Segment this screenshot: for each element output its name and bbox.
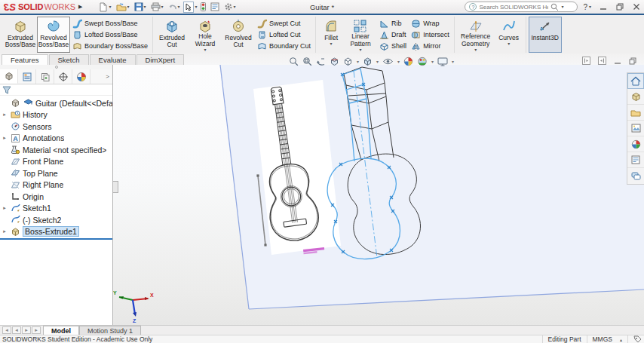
wrap-button[interactable]: Wrap [411,18,449,29]
tree-item-sketch1[interactable]: ▸ Sketch1 [0,203,112,215]
fillet-caret-icon[interactable]: ▾ [330,41,333,46]
tag-icon[interactable] [633,335,642,343]
previous-window-button[interactable] [582,57,590,65]
tree-item-history[interactable]: ▸ History [0,109,112,121]
minimize-button[interactable] [600,3,607,11]
view-orientation-icon[interactable] [343,57,353,66]
tab-features[interactable]: Features [2,54,48,65]
close-button[interactable] [633,3,640,11]
taskpane-forum-button[interactable] [627,168,644,184]
tab-feature-tree[interactable] [0,69,18,84]
hole-wizard-caret-icon[interactable]: ▾ [204,47,207,52]
help-search-box[interactable]: ? ▾ [465,2,578,12]
panel-splitter-handle[interactable] [113,181,118,193]
rollback-bar[interactable] [0,238,112,240]
swept-cut-button[interactable]: Swept Cut [257,18,311,29]
section-view-icon[interactable] [330,57,339,66]
rib-button[interactable]: Rib [379,18,406,29]
intersect-button[interactable]: Intersect [411,29,449,40]
expand-arrow-icon[interactable]: ▸ [2,112,8,118]
curves-button[interactable]: Curves ▾ [495,17,523,53]
hole-wizard-button[interactable]: Hole Wizard ▾ [189,17,222,53]
revolved-cut-button[interactable]: Revolved Cut [222,17,255,53]
open-document-button[interactable]: ▾ [115,2,131,12]
tree-item-annotations[interactable]: ▸ A Annotations [0,133,112,145]
taskpane-appearances-button[interactable] [627,136,644,152]
last-tab-button[interactable]: ▸ [32,326,41,334]
extruded-boss-button[interactable]: Extruded Boss/Base [4,17,37,53]
previous-view-icon[interactable] [316,57,326,66]
edit-appearance-icon[interactable] [403,57,413,66]
help-menu-button[interactable]: ?▾ [583,3,591,11]
tab-configuration-manager[interactable] [36,69,54,84]
print-button[interactable]: ▾ [149,2,165,12]
search-options-caret-icon[interactable]: ▾ [561,5,563,9]
expand-arrow-icon[interactable]: ▸ [2,205,8,211]
tab-sketch[interactable]: Sketch [49,54,89,65]
taskpane-view-palette-button[interactable] [627,121,644,136]
save-button[interactable]: ▾ [133,2,148,12]
tab-motion-study[interactable]: Motion Study 1 [79,326,141,335]
options-button[interactable]: ▾ [222,2,238,12]
reference-geometry-button[interactable]: Reference Geometry ▾ [457,17,495,53]
view-orientation-caret-icon[interactable]: ▾ [357,60,359,64]
instant3d-button[interactable]: Instant3D [529,17,562,53]
units-selector[interactable]: MMGS [593,335,612,343]
restore-button[interactable] [616,3,624,11]
tab-model[interactable]: Model [43,326,79,335]
taskpane-home-button[interactable] [627,73,644,89]
tab-dimxpert-manager[interactable] [54,69,72,84]
lofted-cut-button[interactable]: Lofted Cut [257,29,311,40]
display-style-caret-icon[interactable]: ▾ [376,60,379,64]
tab-evaluate[interactable]: Evaluate [90,54,136,65]
hide-show-caret-icon[interactable]: ▾ [397,60,400,64]
extruded-cut-button[interactable]: Extruded Cut [155,17,189,53]
apply-scene-icon[interactable] [417,57,428,66]
tree-item-part[interactable]: Guitar (Default<<Default>_Display [0,97,112,109]
file-properties-button[interactable] [209,2,221,12]
search-icon[interactable] [550,3,559,11]
tab-property-manager[interactable] [18,69,36,84]
tree-item-sensors[interactable]: Sensors [0,121,112,133]
tree-filter-row[interactable] [0,84,112,96]
apply-scene-caret-icon[interactable]: ▾ [431,60,434,64]
search-input[interactable] [479,4,548,11]
panel-more-icon[interactable]: > [103,69,112,84]
tree-item-origin[interactable]: Origin [0,191,112,203]
next-window-button[interactable] [598,57,606,65]
zoom-to-area-icon[interactable] [302,57,312,66]
boundary-cut-button[interactable]: Boundary Cut [257,41,311,51]
prev-tab-button[interactable]: ◂ [12,326,21,334]
first-tab-button[interactable]: ◂ [2,326,11,334]
tab-dimxpert[interactable]: DimXpert [136,54,185,65]
taskpane-design-library-button[interactable] [627,89,644,105]
tab-display-manager[interactable] [72,69,90,84]
reference-geometry-caret-icon[interactable]: ▾ [474,47,477,52]
next-tab-button[interactable]: ▸ [22,326,31,334]
expand-arrow-icon[interactable]: ▸ [2,228,8,234]
shell-button[interactable]: Shell [379,41,406,51]
linear-pattern-button[interactable]: Linear Pattern ▾ [344,17,377,53]
boundary-boss-button[interactable]: Boundary Boss/Base [72,41,148,51]
tree-item-front-plane[interactable]: Front Plane [0,156,112,168]
taskpane-file-explorer-button[interactable] [627,105,644,121]
doc-minimize-button[interactable] [614,57,621,65]
hide-show-items-icon[interactable] [382,57,394,66]
undo-button[interactable]: ▾ [167,2,182,11]
select-tool-button[interactable] [183,2,194,13]
fillet-button[interactable]: Fillet ▾ [318,17,344,53]
tree-item-top-plane[interactable]: Top Plane [0,167,112,179]
curves-caret-icon[interactable]: ▾ [508,41,510,46]
view-settings-caret-icon[interactable]: ▾ [452,60,454,64]
linear-pattern-caret-icon[interactable]: ▾ [360,47,362,52]
draft-button[interactable]: Draft [379,29,406,40]
expand-arrow-icon[interactable]: ▸ [2,135,8,141]
menu-flyout-icon[interactable]: ▶ [78,4,82,10]
mirror-button[interactable]: Mirror [411,41,449,51]
tree-item-sketch2[interactable]: (-) Sketch2 [0,214,112,226]
swept-boss-button[interactable]: Swept Boss/Base [72,18,148,29]
doc-restore-button[interactable] [629,57,636,65]
zoom-to-fit-icon[interactable] [289,57,299,66]
graphics-viewport[interactable]: X Y Z [113,65,644,325]
rebuild-button[interactable] [199,2,207,12]
